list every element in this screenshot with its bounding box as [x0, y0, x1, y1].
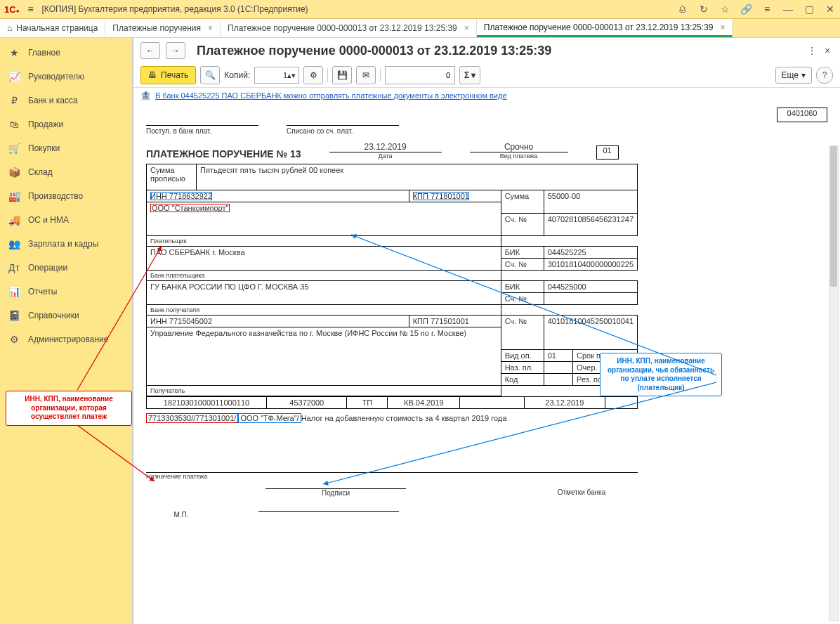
- kbk: 18210301000011000110: [147, 397, 267, 409]
- nav-forward-button[interactable]: →: [166, 42, 185, 59]
- logo-1c: 1C●: [4, 4, 19, 15]
- annotation-red: ИНН, КПП, наименование организации, кото…: [6, 391, 132, 426]
- cart-icon: 🛒: [8, 143, 20, 154]
- form-area[interactable]: 0401060 Поступ. в банк плат. Списано со …: [133, 103, 840, 624]
- gear-icon: ⚙: [8, 334, 20, 345]
- sidebar-item-salary[interactable]: 👥Зарплата и кадры: [0, 232, 132, 256]
- sidebar-label: Справочники: [28, 311, 79, 320]
- tab-close-icon[interactable]: ×: [464, 23, 469, 33]
- history-icon[interactable]: ↻: [698, 4, 709, 15]
- signatures-label: Подписи: [265, 488, 406, 497]
- final-org: ООО "ТФ-Мега"/: [238, 413, 301, 423]
- pp-date-value: 23.12.2019: [329, 142, 442, 152]
- acc-label: Сч. №: [501, 293, 544, 305]
- sidebar-item-purchases[interactable]: 🛒Покупки: [0, 136, 132, 160]
- close-icon[interactable]: ✕: [825, 4, 836, 15]
- purpose-label: Назначение платежа: [146, 472, 638, 480]
- minimize-icon[interactable]: —: [782, 4, 794, 15]
- sidebar-item-warehouse[interactable]: 📦Склад: [0, 160, 132, 184]
- payee-bik: 044525000: [544, 281, 637, 293]
- sidebar-item-manager[interactable]: 📈Руководителю: [0, 65, 132, 89]
- titlebar: 1C● ≡ [КОПИЯ] Бухгалтерия предприятия, р…: [0, 0, 840, 19]
- tab-home[interactable]: ⌂ Начальная страница: [0, 19, 105, 37]
- written-label: Списано со сч. плат.: [287, 125, 399, 135]
- sidebar-item-operations[interactable]: ДтОперации: [0, 256, 132, 280]
- sort-icon[interactable]: ≡: [761, 4, 773, 15]
- sum-button[interactable]: Σ ▾: [459, 66, 480, 84]
- titlebar-controls: 🕭 ↻ ☆ 🔗 ≡ — ▢ ✕: [677, 4, 836, 15]
- empty-cell: [544, 293, 637, 305]
- bank-link[interactable]: В банк 044525225 ПАО СБЕРБАНК можно отпр…: [155, 91, 507, 100]
- copies-label: Копий:: [224, 70, 250, 80]
- book-icon: 📓: [8, 310, 20, 321]
- sidebar-item-catalogs[interactable]: 📓Справочники: [0, 304, 132, 327]
- navigation-sidebar: ★Главное 📈Руководителю ₽Банк и касса 🛍Пр…: [0, 38, 133, 624]
- sidebar-label: Склад: [28, 167, 53, 177]
- pp-title: ПЛАТЕЖНОЕ ПОРУЧЕНИЕ № 13: [146, 148, 301, 160]
- sum-value: 55000-00: [544, 190, 637, 214]
- more-button[interactable]: Еще ▾: [775, 67, 812, 84]
- sum-label: Сумма: [501, 190, 544, 214]
- bag-icon: 🛍: [8, 119, 20, 130]
- payee-kpp: КПП 771501001: [409, 316, 501, 327]
- acc-label: Сч. №: [501, 214, 544, 236]
- bik-label-2: БИК: [501, 281, 544, 293]
- payee-account: 40101810045250010041: [544, 316, 637, 350]
- payer-inn: ИНН 7718632922: [150, 192, 212, 200]
- scrollbar[interactable]: [829, 145, 839, 621]
- received-label: Поступ. в банк плат.: [146, 125, 258, 135]
- factory-icon: 🏭: [8, 190, 20, 202]
- sidebar-item-sales[interactable]: 🛍Продажи: [0, 112, 132, 136]
- sidebar-item-os[interactable]: 🚚ОС и НМА: [0, 208, 132, 232]
- bik-label: БИК: [501, 247, 544, 259]
- maximize-icon[interactable]: ▢: [803, 4, 815, 15]
- sidebar-item-admin[interactable]: ⚙Администрирование: [0, 327, 132, 351]
- main-menu-icon[interactable]: ≡: [25, 4, 36, 15]
- tab-close-icon[interactable]: ×: [720, 22, 725, 32]
- sidebar-item-production[interactable]: 🏭Производство: [0, 184, 132, 208]
- nav-back-button[interactable]: ←: [140, 42, 160, 59]
- tab-doc-1[interactable]: Платежное поручение 0000-000013 от 23.12…: [221, 19, 477, 37]
- email-button[interactable]: ✉: [356, 66, 376, 84]
- settings-button[interactable]: ⚙: [303, 66, 323, 84]
- print-button[interactable]: 🖶 Печать: [140, 66, 196, 84]
- annotation-blue: ИНН, КПП, наименование организации, чья …: [600, 353, 722, 396]
- tax-date: 23.12.2019: [525, 397, 605, 409]
- sidebar-label: Главное: [28, 48, 60, 58]
- tab-close-icon[interactable]: ×: [208, 23, 213, 33]
- bank-payer-label: Банк плательщика: [147, 271, 501, 281]
- box-icon: 📦: [8, 167, 20, 178]
- link-icon[interactable]: 🔗: [740, 4, 752, 15]
- bell-icon[interactable]: 🕭: [677, 4, 688, 15]
- sidebar-item-main[interactable]: ★Главное: [0, 41, 132, 65]
- sidebar-label: Отчеты: [28, 287, 57, 297]
- help-button[interactable]: ?: [816, 67, 833, 84]
- close-doc-icon[interactable]: ×: [822, 45, 833, 56]
- copies-input[interactable]: 1 ▴▾: [254, 67, 299, 84]
- preview-button[interactable]: 🔍: [200, 66, 220, 84]
- star-icon: ★: [8, 47, 20, 58]
- page-title: Платежное поручение 0000-000013 от 23.12…: [197, 44, 801, 58]
- tab-list[interactable]: Платежные поручения ×: [105, 19, 221, 37]
- vidop-value: 01: [544, 350, 572, 362]
- payer-bank: ПАО СБЕРБАНК г. Москва: [147, 247, 501, 271]
- scroll-thumb[interactable]: [830, 146, 837, 287]
- page-count-field[interactable]: [385, 66, 455, 84]
- final-purpose: Налог на добавленную стоимость за 4 квар…: [301, 414, 507, 422]
- num-box: 01: [596, 145, 619, 160]
- document-content: ← → Платежное поручение 0000-000013 от 2…: [133, 38, 840, 624]
- tab-doc-2[interactable]: Платежное поручение 0000-000013 от 23.12…: [477, 19, 733, 37]
- save-button[interactable]: 💾: [332, 66, 352, 84]
- sidebar-item-bank[interactable]: ₽Банк и касса: [0, 89, 132, 112]
- sidebar-label: Операции: [28, 263, 67, 273]
- kebab-icon[interactable]: ⋮: [806, 45, 818, 56]
- sidebar-label: Руководителю: [28, 72, 84, 82]
- star-icon[interactable]: ☆: [719, 4, 730, 15]
- pp-type-value: Срочно: [470, 142, 568, 152]
- sidebar-label: Продажи: [28, 119, 63, 129]
- basis: ТП: [347, 397, 388, 409]
- okato: 45372000: [267, 397, 347, 409]
- truck-icon: 🚚: [8, 214, 20, 226]
- sidebar-item-reports[interactable]: 📊Отчеты: [0, 280, 132, 304]
- sidebar-label: Покупки: [28, 143, 60, 153]
